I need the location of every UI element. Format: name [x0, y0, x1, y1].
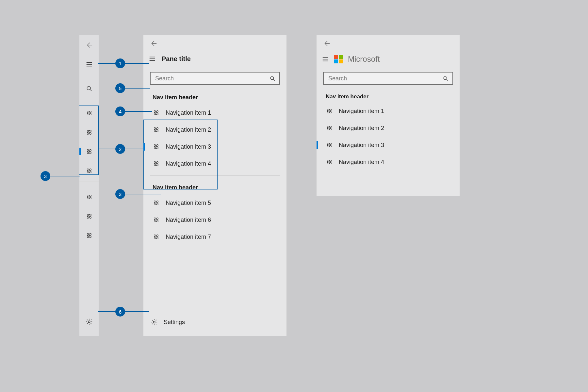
compact-nav-pane [79, 35, 99, 336]
compact-nav-item[interactable] [79, 187, 99, 206]
atom-icon [326, 124, 333, 132]
callout-5: 5 [115, 83, 125, 93]
nav-group-header: Nav item header [143, 87, 286, 104]
atom-icon [86, 148, 93, 155]
atom-icon [86, 129, 93, 136]
atom-icon [153, 199, 160, 206]
atom-icon [153, 143, 160, 150]
nav-item[interactable]: Navigation item 1 [317, 103, 460, 120]
callout-2: 2 [115, 144, 125, 154]
atom-icon [153, 109, 160, 116]
nav-item-label: Navigation item 3 [339, 142, 384, 149]
back-arrow-icon[interactable] [323, 40, 330, 47]
hamburger-button[interactable] [79, 55, 99, 74]
callout-6: 6 [115, 307, 125, 317]
branded-nav-pane: Microsoft Nav item header Navigation ite… [317, 35, 460, 196]
gear-icon [151, 318, 158, 326]
pane-title: Pane title [162, 55, 191, 63]
hamburger-icon[interactable] [322, 56, 329, 63]
compact-nav-item[interactable] [79, 103, 99, 122]
nav-item-label: Navigation item 2 [166, 126, 211, 133]
hamburger-icon[interactable] [149, 55, 156, 62]
compact-divider [79, 182, 99, 182]
settings-item[interactable]: Settings [143, 314, 286, 331]
callout-6-line-right [125, 311, 149, 312]
callout-3-compact-line [50, 176, 80, 176]
search-box[interactable] [323, 72, 453, 85]
settings-button[interactable] [79, 312, 99, 331]
nav-item[interactable]: Navigation item 1 [143, 104, 286, 121]
atom-icon [326, 141, 333, 149]
back-arrow-icon [86, 41, 93, 49]
atom-icon [86, 232, 93, 239]
compact-nav-item[interactable] [79, 161, 99, 180]
atom-icon [326, 107, 333, 115]
callout-6-line-left [98, 311, 116, 312]
nav-item-label: Navigation item 1 [166, 109, 211, 116]
callout-1-line-right [125, 63, 149, 64]
nav-item-label: Navigation item 5 [166, 200, 211, 206]
compact-nav-item[interactable] [79, 122, 99, 142]
callout-4: 4 [115, 106, 125, 116]
search-input[interactable] [328, 75, 437, 82]
back-button[interactable] [79, 35, 99, 55]
search-icon [443, 75, 449, 81]
expanded-nav-pane: Pane title Nav item header Navigation it… [143, 35, 286, 336]
nav-group-header: Nav item header [317, 87, 460, 103]
gear-icon [86, 318, 93, 325]
search-icon [86, 85, 92, 92]
atom-icon [153, 160, 160, 167]
search-box[interactable] [150, 72, 280, 85]
callout-3-compact: 3 [41, 171, 50, 181]
nav-item[interactable]: Navigation item 5 [143, 194, 286, 211]
atom-icon [86, 167, 93, 174]
callout-3-expanded-line [125, 194, 161, 194]
atom-icon [86, 109, 93, 117]
compact-nav-item[interactable] [79, 206, 99, 226]
nav-item-label: Navigation item 1 [339, 108, 384, 115]
nav-item-label: Navigation item 3 [166, 143, 211, 150]
back-arrow-icon[interactable] [150, 40, 157, 47]
atom-icon [86, 193, 93, 201]
atom-icon [86, 213, 93, 220]
nav-item-label: Navigation item 6 [166, 217, 211, 223]
search-icon [270, 75, 275, 81]
compact-nav-item[interactable] [79, 226, 99, 245]
atom-icon [153, 233, 160, 240]
search-button[interactable] [79, 79, 99, 98]
microsoft-logo-icon [334, 55, 343, 63]
settings-label: Settings [164, 319, 185, 326]
nav-item[interactable]: Navigation item 4 [143, 155, 286, 172]
nav-item-label: Navigation item 2 [339, 125, 384, 132]
nav-item[interactable]: Navigation item 2 [143, 121, 286, 138]
nav-item[interactable]: Navigation item 7 [143, 228, 286, 245]
nav-item[interactable]: Navigation item 6 [143, 211, 286, 228]
nav-item[interactable]: Navigation item 3 [143, 138, 286, 155]
nav-item-label: Navigation item 7 [166, 234, 211, 240]
atom-icon [153, 216, 160, 223]
callout-4-line [125, 111, 152, 112]
nav-item[interactable]: Navigation item 3 [317, 137, 460, 154]
nav-item[interactable]: Navigation item 2 [317, 120, 460, 137]
callout-3-expanded: 3 [115, 189, 125, 199]
nav-group-header: Nav item header [143, 177, 286, 194]
atom-icon [153, 126, 160, 133]
compact-nav-item[interactable] [79, 142, 99, 161]
nav-item-label: Navigation item 4 [339, 159, 384, 166]
atom-icon [326, 158, 333, 166]
hamburger-icon [86, 61, 93, 68]
callout-1: 1 [115, 58, 125, 68]
callout-1-line-left [98, 63, 116, 64]
callout-2-line-left [98, 149, 116, 149]
search-input[interactable] [155, 75, 264, 82]
callout-2-line-right [125, 149, 143, 149]
expanded-divider [150, 175, 280, 176]
nav-item-label: Navigation item 4 [166, 160, 211, 167]
callout-5-line [125, 88, 150, 89]
brand-name: Microsoft [348, 55, 380, 64]
nav-item[interactable]: Navigation item 4 [317, 154, 460, 171]
